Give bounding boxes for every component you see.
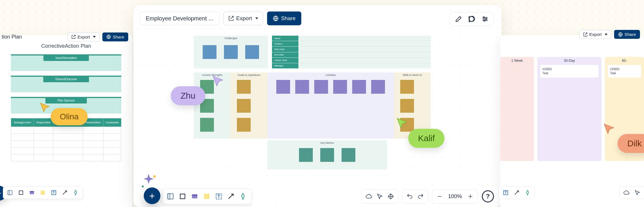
card-icon[interactable]	[28, 189, 36, 197]
svg-point-14	[153, 175, 156, 178]
zoom-in-icon[interactable]	[467, 193, 474, 200]
edp-tile[interactable]	[299, 148, 313, 162]
edp-tile[interactable]	[333, 80, 347, 94]
settings-icon[interactable]	[481, 15, 489, 23]
zoom-out-icon[interactable]	[436, 193, 443, 200]
edp-board[interactable]: Challenges Name Position Start Date End …	[194, 36, 431, 170]
edp-tile[interactable]	[276, 80, 290, 94]
edp-tile[interactable]	[400, 99, 414, 113]
edp-activities[interactable]: Activities	[267, 72, 394, 139]
edp-tile[interactable]	[295, 80, 309, 94]
pointer-icon[interactable]	[633, 189, 641, 197]
edp-tile[interactable]	[237, 118, 251, 132]
svg-point-11	[483, 17, 484, 18]
cloud-icon[interactable]	[365, 193, 373, 200]
sparkle-icon	[139, 171, 159, 191]
right-col-30day[interactable]: 30-Day #10001 Task	[537, 57, 601, 161]
left-topbar: tion Plan Export Share	[0, 30, 132, 44]
sticky-icon[interactable]	[39, 189, 47, 197]
share-button[interactable]: Share	[267, 12, 301, 25]
edp-tile[interactable]	[342, 148, 355, 162]
undo-icon[interactable]	[406, 193, 413, 200]
edp-tile[interactable]	[237, 80, 251, 94]
svg-rect-16	[168, 194, 173, 199]
pen-icon[interactable]	[524, 189, 532, 197]
edit-icon[interactable]	[455, 15, 463, 23]
undo-redo-group	[402, 189, 428, 204]
pen-icon[interactable]	[72, 189, 80, 197]
svg-rect-18	[180, 194, 185, 199]
edp-info-label: Career Goal	[272, 58, 298, 63]
shape-icon[interactable]	[17, 189, 25, 197]
cap-label: IssueDescription	[43, 55, 89, 61]
frame-icon[interactable]	[166, 192, 175, 200]
frame-icon[interactable]	[6, 189, 14, 197]
cap-block[interactable]: IssueDescription	[11, 54, 121, 71]
right-task-card[interactable]: #10001 Task	[608, 65, 641, 78]
right-export-label: Export	[589, 32, 602, 37]
edp-tile[interactable]	[314, 80, 328, 94]
zoom-value[interactable]: 100%	[447, 193, 463, 200]
zhu-cursor-icon	[212, 75, 224, 87]
edp-tile[interactable]	[245, 45, 259, 59]
help-button[interactable]: ?	[482, 190, 494, 202]
edp-key-metrics[interactable]: Key Metrics	[267, 140, 387, 170]
edp-tile[interactable]	[320, 148, 334, 162]
card-icon[interactable]	[191, 192, 199, 200]
export-label: Export	[236, 15, 252, 22]
edp-info-label: End Date	[272, 52, 298, 57]
arrow-icon[interactable]	[61, 189, 69, 197]
right-toolbar-right	[619, 186, 644, 199]
edp-info-label: Manager	[272, 63, 298, 68]
edp-tile[interactable]	[224, 45, 238, 59]
cloud-icon[interactable]	[622, 189, 630, 197]
zhu-badge: Zhu	[171, 86, 205, 105]
cap-block[interactable]: DesiredOutcome	[11, 76, 121, 92]
cap-th: Responsible	[34, 118, 53, 127]
left-share-button[interactable]: Share	[102, 32, 128, 41]
edp-goals[interactable]: Goals & Aspirations	[231, 72, 267, 139]
sticky-icon[interactable]	[203, 192, 211, 200]
center-topbar: Employee Development ... Export Share	[140, 12, 301, 25]
arrow-icon[interactable]	[227, 192, 235, 200]
edp-info-label: Position	[272, 41, 298, 46]
export-button[interactable]: Export	[223, 12, 263, 25]
right-task-card[interactable]: #10001 Task	[540, 65, 599, 78]
caret-down-icon	[93, 36, 96, 38]
task-id: #10001	[610, 67, 639, 71]
edp-tile[interactable]	[237, 99, 251, 113]
left-title-truncated: tion Plan	[0, 34, 65, 40]
doc-title[interactable]: Employee Development ...	[140, 12, 219, 25]
shape-icon[interactable]	[179, 192, 187, 200]
export-icon	[228, 16, 234, 21]
edp-info-table[interactable]: Name Position Start Date End Date Career…	[272, 36, 431, 68]
svg-rect-20	[192, 194, 198, 196]
edp-col-title: Activities	[325, 74, 336, 76]
edp-tile[interactable]	[400, 80, 414, 94]
edp-col-title: Key Metrics	[320, 141, 334, 144]
text-icon[interactable]	[502, 189, 510, 197]
move-icon[interactable]	[387, 193, 394, 200]
arrow-icon[interactable]	[513, 189, 521, 197]
svg-point-13	[484, 20, 485, 21]
right-col-title: 60-	[622, 59, 627, 63]
comment-icon[interactable]	[468, 15, 476, 23]
right-col-week1[interactable]: 1 Week	[500, 57, 534, 161]
edp-tile[interactable]	[371, 80, 385, 94]
text-icon[interactable]	[215, 192, 223, 200]
left-export-button[interactable]: Export	[68, 32, 99, 41]
pen-icon[interactable]	[239, 192, 247, 200]
svg-rect-5	[30, 191, 34, 192]
edp-tile[interactable]	[203, 45, 216, 59]
olina-cursor-icon	[39, 102, 51, 113]
right-toolbar-left	[499, 186, 535, 199]
edp-tile[interactable]	[352, 80, 366, 94]
pointer-icon[interactable]	[376, 193, 384, 200]
redo-icon[interactable]	[417, 193, 424, 200]
edp-challenges[interactable]: Challenges	[194, 36, 268, 68]
right-export-button[interactable]: Export	[579, 30, 611, 39]
edp-tile[interactable]	[200, 118, 214, 132]
share-label: Share	[281, 15, 296, 22]
text-icon[interactable]	[50, 189, 58, 197]
right-share-button[interactable]: Share	[614, 30, 640, 39]
